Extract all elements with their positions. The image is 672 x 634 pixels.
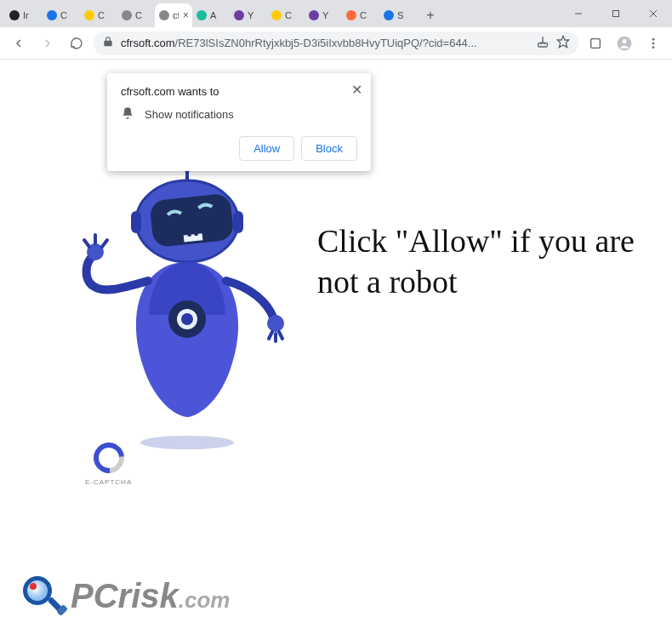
svg-point-8 — [623, 39, 627, 43]
share-icon[interactable] — [536, 35, 550, 51]
tab-7[interactable]: C — [267, 3, 305, 27]
magnifier-icon — [21, 574, 64, 617]
tab-0[interactable]: Ir — [5, 3, 43, 27]
profile-icon[interactable] — [612, 31, 636, 55]
svg-rect-19 — [194, 232, 197, 236]
svg-point-9 — [652, 38, 655, 41]
forward-button[interactable] — [36, 31, 60, 55]
close-tab-icon[interactable]: × — [183, 9, 189, 21]
tab-1[interactable]: C — [43, 3, 80, 27]
bell-icon — [121, 106, 134, 123]
svg-point-24 — [181, 313, 193, 325]
notification-title: cfrsoft.com wants to — [121, 85, 357, 98]
svg-point-10 — [652, 42, 655, 44]
notification-prompt: ✕ cfrsoft.com wants to Show notification… — [107, 73, 371, 171]
back-button[interactable] — [7, 31, 31, 55]
close-icon[interactable]: ✕ — [351, 82, 362, 98]
svg-rect-18 — [187, 233, 191, 237]
svg-rect-6 — [591, 38, 601, 48]
tabstrip: Ir C C C cf× A Y C Y C S + — [0, 0, 441, 27]
lock-icon — [102, 36, 114, 50]
captcha-badge: E-CAPTCHA — [85, 443, 132, 486]
svg-rect-4 — [538, 43, 548, 47]
tab-2[interactable]: C — [80, 3, 117, 27]
maximize-button[interactable] — [597, 2, 635, 26]
tab-5[interactable]: A — [192, 3, 230, 27]
tab-6[interactable]: Y — [230, 3, 267, 27]
captcha-label: E-CAPTCHA — [85, 478, 132, 486]
close-window-button[interactable] — [635, 2, 672, 26]
url-text: cfrsoft.com/RE73lSIsZN0hrRtyjxkbj5-D3i5i… — [121, 37, 529, 49]
svg-point-26 — [267, 315, 284, 332]
new-tab-button[interactable]: + — [420, 5, 441, 26]
tab-3[interactable]: C — [117, 3, 155, 27]
titlebar: Ir C C C cf× A Y C Y C S + — [0, 0, 672, 27]
svg-rect-1 — [613, 11, 619, 17]
robot-illustration — [60, 162, 315, 451]
extensions-icon[interactable] — [584, 31, 607, 55]
minimize-button[interactable] — [560, 2, 597, 26]
svg-rect-20 — [131, 211, 141, 233]
svg-point-11 — [652, 46, 655, 49]
reload-button[interactable] — [65, 31, 88, 55]
menu-icon[interactable] — [641, 31, 665, 55]
star-icon[interactable] — [556, 35, 570, 51]
pcrisk-watermark: PCrisk.com — [21, 574, 230, 617]
block-button[interactable]: Block — [301, 136, 357, 161]
window-controls — [560, 0, 672, 27]
address-bar[interactable]: cfrsoft.com/RE73lSIsZN0hrRtyjxkbj5-D3i5i… — [94, 31, 578, 55]
tab-8[interactable]: Y — [305, 3, 342, 27]
watermark-text: PCrisk.com — [71, 577, 230, 615]
svg-rect-21 — [233, 211, 243, 233]
tab-4-active[interactable]: cf× — [155, 3, 192, 27]
toolbar: cfrsoft.com/RE73lSIsZN0hrRtyjxkbj5-D3i5i… — [0, 27, 672, 60]
headline-text: Click "Allow" if you are not a robot — [317, 221, 672, 302]
captcha-spinner-icon — [87, 437, 130, 480]
tab-9[interactable]: C — [342, 3, 379, 27]
allow-button[interactable]: Allow — [239, 136, 294, 161]
svg-point-27 — [140, 436, 234, 449]
svg-marker-5 — [557, 36, 568, 47]
notification-permission-text: Show notifications — [145, 108, 234, 121]
tab-10[interactable]: S — [379, 3, 417, 27]
